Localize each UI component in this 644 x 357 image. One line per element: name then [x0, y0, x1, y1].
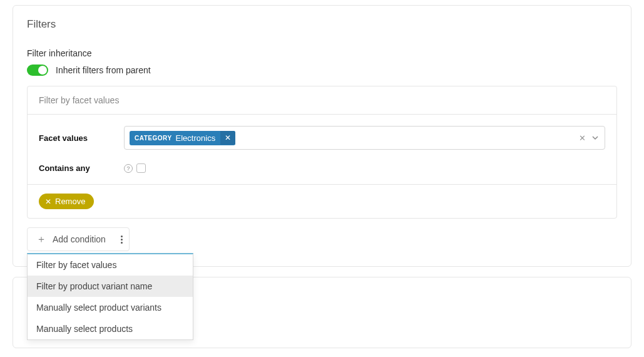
close-icon: ✕ — [225, 134, 231, 142]
dropdown-item-variant-name[interactable]: Filter by product variant name — [28, 276, 193, 297]
dot-icon — [121, 239, 123, 241]
dot-icon — [121, 235, 123, 237]
contains-any-label: Contains any — [39, 163, 124, 173]
contains-any-checkbox[interactable] — [136, 163, 146, 173]
facet-chip-value: Electronics — [176, 131, 221, 145]
add-condition-button[interactable]: ＋ Add condition — [28, 228, 115, 251]
facet-values-label: Facet values — [39, 133, 124, 143]
contains-any-row: Contains any ? — [39, 163, 605, 173]
remove-button-label: Remove — [55, 197, 85, 206]
toggle-knob — [38, 66, 47, 75]
dot-icon — [121, 242, 123, 244]
facet-chip-category: CATEGORY — [130, 132, 176, 144]
clear-all-icon[interactable]: ✕ — [579, 133, 586, 143]
filter-block-body: Facet values CATEGORY Electronics ✕ ✕ — [28, 115, 616, 185]
add-condition-more-button[interactable] — [115, 229, 129, 250]
facet-chip: CATEGORY Electronics ✕ — [130, 131, 235, 145]
dropdown-item-select-variants[interactable]: Manually select product variants — [28, 297, 193, 318]
close-icon: ✕ — [45, 198, 51, 205]
inherit-toggle-row: Inherit filters from parent — [27, 65, 617, 76]
plus-icon: ＋ — [36, 234, 46, 244]
help-icon[interactable]: ? — [124, 164, 133, 173]
condition-type-dropdown: Filter by facet values Filter by product… — [27, 253, 193, 340]
dropdown-item-select-products[interactable]: Manually select products — [28, 318, 193, 339]
add-condition-group: ＋ Add condition — [27, 227, 130, 251]
inherit-toggle-label: Inherit filters from parent — [56, 65, 151, 75]
filter-block-header: Filter by facet values — [28, 86, 616, 115]
filter-block-footer: ✕ Remove — [28, 185, 616, 218]
remove-filter-button[interactable]: ✕ Remove — [39, 194, 94, 209]
facet-chip-remove[interactable]: ✕ — [220, 131, 235, 145]
filters-card: Filters Filter inheritance Inherit filte… — [13, 5, 631, 267]
filters-title: Filters — [27, 18, 617, 31]
filter-block: Filter by facet values Facet values CATE… — [27, 86, 617, 219]
facet-values-row: Facet values CATEGORY Electronics ✕ ✕ — [39, 126, 605, 150]
filter-inheritance-label: Filter inheritance — [27, 48, 617, 58]
dropdown-item-facet-values[interactable]: Filter by facet values — [28, 254, 193, 276]
inherit-toggle[interactable] — [27, 65, 48, 76]
chevron-down-icon[interactable] — [592, 133, 598, 143]
facet-values-input[interactable]: CATEGORY Electronics ✕ ✕ — [124, 126, 605, 150]
add-condition-label: Add condition — [53, 234, 106, 244]
